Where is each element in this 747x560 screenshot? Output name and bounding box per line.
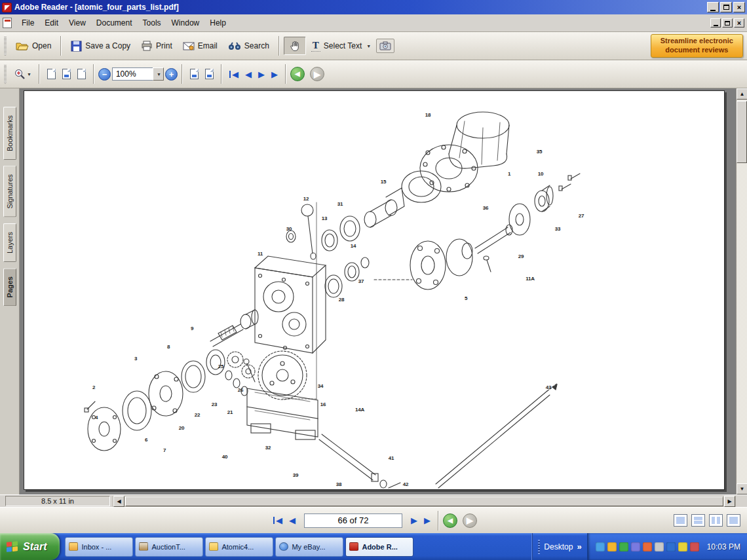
zoom-tool-dropdown-icon[interactable]: ▼ [27, 72, 31, 77]
tray-icon-4[interactable] [631, 542, 640, 551]
internet-explorer-icon [279, 542, 288, 551]
first-page-button-bottom[interactable]: ◀ [270, 514, 286, 527]
zoom-level-field[interactable] [112, 67, 153, 81]
magnifier-icon [14, 68, 26, 80]
tab-layers[interactable]: Layers [3, 223, 16, 262]
taskbar-button-label: AuctionT... [151, 543, 185, 551]
zoom-out-button[interactable]: − [98, 68, 111, 81]
save-a-copy-button[interactable]: Save a Copy [66, 37, 136, 55]
rotate-clockwise-button[interactable] [187, 66, 202, 82]
document-viewport[interactable]: 1813510361531121330141129273311A53728983… [20, 88, 747, 495]
previous-page-button[interactable]: ◀ [242, 68, 255, 81]
tray-icon-8[interactable] [678, 542, 687, 551]
title-bar: Adobe Reader - [atomic_four_parts_list.p… [0, 0, 747, 14]
email-label: Email [198, 41, 218, 50]
fit-page-button[interactable] [59, 66, 74, 82]
rotate-counterclockwise-button[interactable] [202, 66, 217, 82]
last-page-button[interactable]: ▶ [268, 68, 281, 81]
menu-tools[interactable]: Tools [138, 16, 166, 30]
next-view-button-bottom[interactable]: ▶ [463, 513, 477, 528]
previous-page-button-bottom[interactable]: ◀ [286, 514, 299, 527]
taskbar-button-adobe-reader[interactable]: Adobe R... [345, 537, 413, 557]
toolbar-grip[interactable] [4, 64, 7, 84]
menu-edit[interactable]: Edit [39, 16, 64, 30]
vertical-scrollbar[interactable]: ▲ ▼ [736, 88, 747, 495]
menu-document[interactable]: Document [91, 16, 138, 30]
fit-page-icon [62, 69, 71, 79]
taskbar-button-atomic4[interactable]: Atomic4... [205, 537, 273, 557]
tab-bookmarks[interactable]: Bookmarks [3, 107, 16, 160]
email-button[interactable]: Email [178, 38, 223, 54]
vertical-scroll-track[interactable] [737, 163, 747, 483]
zoom-combo-dropdown[interactable]: ▼ [153, 67, 164, 81]
chevron-icon[interactable]: » [577, 542, 581, 551]
taskbar-button-auction[interactable]: AuctionT... [135, 537, 203, 557]
scroll-left-button[interactable]: ◀ [113, 496, 125, 507]
select-text-button[interactable]: T Select Text ▼ [306, 37, 376, 55]
search-button[interactable]: Search [223, 38, 275, 54]
print-button[interactable]: Print [136, 37, 178, 54]
menu-file[interactable]: File [16, 16, 39, 30]
previous-view-button-bottom[interactable]: ◀ [443, 513, 457, 528]
next-page-button-bottom[interactable]: ▶ [408, 514, 421, 527]
pdf-document-icon[interactable] [3, 18, 12, 28]
zoom-in-button[interactable]: + [165, 68, 178, 81]
toolbar-grip[interactable] [538, 540, 540, 554]
zoom-combo: ▼ [112, 67, 164, 81]
scroll-right-button[interactable]: ▶ [724, 496, 735, 507]
page-navigation-bar: ◀ ◀ ▶ ▶ ◀ ▶ [0, 507, 747, 533]
fit-width-button[interactable] [74, 66, 89, 82]
single-page-layout-button[interactable] [674, 514, 687, 527]
open-folder-icon [16, 41, 29, 51]
toolbar-grip[interactable] [4, 36, 7, 56]
continuous-layout-button[interactable] [691, 514, 705, 527]
menu-view[interactable]: View [64, 16, 91, 30]
toolbar-separator [438, 511, 439, 531]
tab-pages[interactable]: Pages [3, 268, 16, 306]
select-text-dropdown-icon[interactable]: ▼ [366, 44, 371, 48]
streamline-reviews-button[interactable]: Streamline electronic document reviews [651, 34, 743, 58]
menu-window[interactable]: Window [166, 16, 205, 30]
previous-view-button[interactable]: ◀ [290, 67, 305, 81]
hand-tool-button[interactable] [284, 37, 306, 55]
doc-restore-button[interactable] [722, 18, 733, 28]
next-view-button[interactable]: ▶ [310, 67, 324, 81]
tray-icon-6[interactable] [655, 542, 664, 551]
next-page-button[interactable]: ▶ [255, 68, 268, 81]
maximize-button[interactable] [720, 2, 732, 12]
taskbar-button-myebay[interactable]: My eBay... [275, 537, 343, 557]
status-row: 8.5 x 11 in ◀ ▶ [0, 495, 747, 507]
tray-icon-3[interactable] [619, 542, 628, 551]
tray-icon-7[interactable] [666, 542, 676, 551]
tray-icon-9[interactable] [690, 542, 699, 551]
page-number-field[interactable] [304, 513, 402, 528]
doc-minimize-button[interactable] [710, 18, 721, 28]
vertical-scroll-thumb[interactable] [737, 101, 747, 163]
open-button[interactable]: Open [10, 38, 56, 54]
tray-icon-1[interactable] [596, 542, 605, 551]
tray-icon-2[interactable] [607, 542, 617, 551]
scroll-down-button[interactable]: ▼ [737, 483, 747, 495]
actual-size-button[interactable] [44, 66, 59, 82]
tray-icon-5[interactable] [643, 542, 652, 551]
snapshot-tool-button[interactable] [376, 39, 394, 53]
menu-help[interactable]: Help [204, 16, 231, 30]
previous-page-icon: ◀ [245, 70, 252, 79]
tab-signatures[interactable]: Signatures [3, 166, 16, 217]
windows-taskbar: Start Inbox - ... AuctionT... Atomic4...… [0, 533, 747, 560]
doc-close-button[interactable]: × [734, 18, 744, 28]
zoom-tool-button[interactable]: ▼ [10, 65, 35, 83]
first-page-button[interactable]: ◀ [226, 68, 242, 81]
close-button[interactable]: × [733, 2, 745, 12]
desktop-label[interactable]: Desktop [544, 542, 573, 551]
start-button[interactable]: Start [0, 533, 60, 560]
taskbar-button-label: Adobe R... [362, 543, 397, 551]
scroll-up-button[interactable]: ▲ [737, 88, 747, 100]
minimize-button[interactable] [707, 2, 719, 12]
taskbar-button-inbox[interactable]: Inbox - ... [65, 537, 133, 557]
horizontal-scrollbar[interactable]: ◀ ▶ [113, 496, 736, 507]
horizontal-scroll-thumb[interactable] [125, 496, 723, 506]
last-page-button-bottom[interactable]: ▶ [421, 514, 434, 527]
continuous-facing-layout-button[interactable] [727, 514, 740, 527]
facing-layout-button[interactable] [709, 514, 723, 527]
